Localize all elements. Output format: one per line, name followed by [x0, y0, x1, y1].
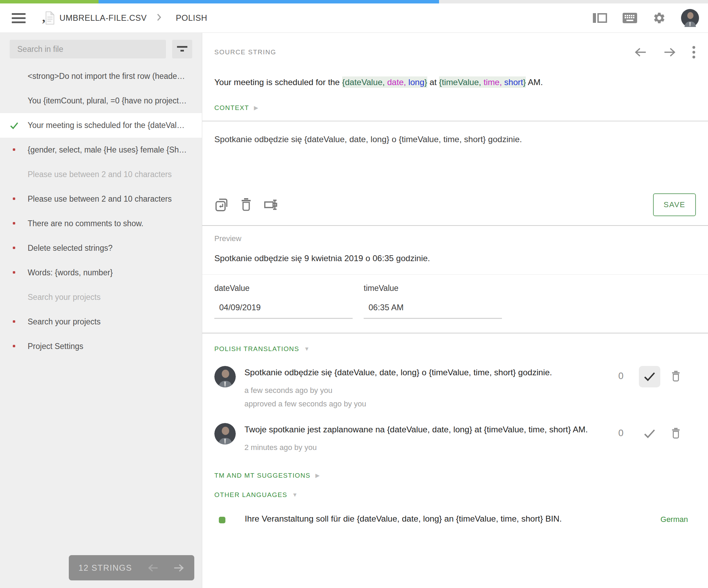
- string-list-item[interactable]: <strong>Do not import the first row (hea…: [0, 64, 202, 89]
- string-label: There are no comments to show.: [28, 219, 143, 228]
- chevron-down-icon: ▼: [292, 492, 298, 498]
- status-icon: [10, 245, 18, 252]
- keyboard-icon[interactable]: [622, 12, 637, 24]
- translation-input[interactable]: Spotkanie odbędzie się {dateValue, date,…: [202, 121, 708, 186]
- polish-translations-label: POLISH TRANSLATIONS: [214, 345, 299, 353]
- string-label: Your meeting is scheduled for the {dateV…: [28, 121, 185, 130]
- status-icon: [10, 294, 18, 301]
- string-list-item[interactable]: You {itemCount, plural, =0 {have no proj…: [0, 89, 202, 113]
- status-icon: [10, 195, 18, 203]
- other-languages-toggle[interactable]: OTHER LANGUAGES ▼: [214, 491, 298, 499]
- string-list-item-selected[interactable]: Your meeting is scheduled for the {dateV…: [0, 113, 202, 138]
- status-icon: [10, 318, 18, 326]
- divider: [202, 274, 708, 275]
- chevron-right-icon: ▶: [254, 105, 258, 111]
- string-list: <strong>Do not import the first row (hea…: [0, 64, 202, 359]
- status-check-icon: [10, 122, 18, 129]
- next-page-icon[interactable]: [173, 563, 185, 573]
- translation-text: Spotkanie odbędzie się {dateValue, date,…: [244, 366, 552, 379]
- filter-icon: [177, 45, 188, 54]
- more-options-icon[interactable]: [692, 45, 696, 59]
- status-icon: [10, 343, 18, 350]
- status-icon: [10, 146, 18, 154]
- settings-gear-icon[interactable]: [653, 11, 666, 25]
- chevron-down-icon: ▼: [304, 346, 310, 352]
- string-label: {gender, select, male {He uses} female {…: [28, 145, 187, 155]
- csv-file-icon: ,: [42, 11, 55, 25]
- string-label: Please use between 2 and 10 characters: [28, 194, 172, 204]
- save-button[interactable]: SAVE: [653, 193, 696, 216]
- preview-label: Preview: [214, 234, 696, 243]
- polish-translations-toggle[interactable]: POLISH TRANSLATIONS ▼: [214, 345, 309, 353]
- svg-text:,: ,: [42, 11, 45, 24]
- preview-params: dateValue 04/09/2019 timeValue 06:35 AM: [214, 284, 696, 319]
- param-name: timeValue: [364, 284, 502, 293]
- status-icon: [10, 220, 18, 228]
- string-list-item[interactable]: Delete selected strings?: [0, 236, 202, 260]
- string-list-item[interactable]: Words: {words, number}: [0, 260, 202, 285]
- status-icon: [10, 97, 18, 105]
- delete-entry-icon[interactable]: [671, 427, 681, 440]
- chevron-right-icon: ▶: [315, 473, 319, 478]
- string-list-item[interactable]: There are no comments to show.: [0, 211, 202, 236]
- date-value-input[interactable]: 04/09/2019: [214, 303, 353, 319]
- approve-button[interactable]: [639, 423, 660, 444]
- divider: [202, 333, 708, 333]
- string-label: Search your projects: [28, 317, 101, 327]
- string-list-item[interactable]: Please use between 2 and 10 characters: [0, 187, 202, 211]
- other-language-text: Ihre Veranstaltung soll für die {dateVal…: [245, 514, 562, 524]
- translation-entry: Twoje spotkanie jest zaplanowane na {dat…: [214, 423, 681, 454]
- user-avatar[interactable]: [681, 9, 699, 27]
- string-list-item[interactable]: Search your projects: [0, 285, 202, 310]
- panel-layout-icon[interactable]: [593, 12, 607, 24]
- source-string-text: Your meeting is scheduled for the {dateV…: [214, 76, 696, 88]
- other-language-link[interactable]: German: [661, 514, 688, 524]
- filter-button[interactable]: [172, 40, 192, 58]
- tm-mt-suggestions-toggle[interactable]: TM AND MT SUGGESTIONS ▶: [214, 472, 320, 479]
- delete-translation-icon[interactable]: [240, 197, 252, 212]
- translator-avatar: [214, 423, 236, 444]
- translator-avatar: [214, 366, 236, 387]
- approve-button[interactable]: [639, 366, 660, 387]
- param-name: dateValue: [214, 284, 353, 293]
- time-value-input[interactable]: 06:35 AM: [364, 303, 502, 319]
- search-input[interactable]: [10, 40, 166, 58]
- progress-segment-translated: [0, 0, 99, 3]
- strings-sidebar: <strong>Do not import the first row (hea…: [0, 33, 202, 588]
- editor-toolbar: SAVE: [214, 193, 696, 216]
- string-list-item[interactable]: Project Settings: [0, 334, 202, 359]
- previous-page-icon[interactable]: [147, 563, 159, 573]
- context-toggle[interactable]: CONTEXT ▶: [214, 104, 258, 112]
- vote-count: 0: [617, 428, 624, 439]
- status-icon: [10, 171, 18, 178]
- progress-segment-approved: [99, 0, 439, 3]
- context-label: CONTEXT: [214, 104, 249, 112]
- copy-source-icon[interactable]: [214, 197, 229, 212]
- delete-entry-icon[interactable]: [671, 370, 681, 383]
- top-bar: , UMBRELLA-FILE.CSV POLISH: [0, 3, 708, 33]
- next-string-icon[interactable]: [663, 47, 676, 58]
- menu-icon[interactable]: [12, 12, 27, 24]
- editor-panel: SOURCE STRING Your meeting is scheduled …: [202, 33, 708, 588]
- translation-text: Twoje spotkanie jest zaplanowane na {dat…: [244, 423, 588, 436]
- strings-pager: 12 STRINGS: [69, 555, 194, 580]
- string-list-item[interactable]: {gender, select, male {He uses} female {…: [0, 138, 202, 162]
- breadcrumb-language[interactable]: POLISH: [176, 13, 207, 23]
- source-string-title: SOURCE STRING: [214, 48, 276, 56]
- app-window: , UMBRELLA-FILE.CSV POLISH: [0, 0, 708, 588]
- string-label: Words: {words, number}: [28, 268, 113, 277]
- breadcrumb-chevron-icon: [157, 13, 161, 23]
- insert-placeholder-icon[interactable]: [263, 197, 279, 212]
- file-progress-bar: [0, 0, 708, 3]
- string-list-item[interactable]: Please use between 2 and 10 characters: [0, 162, 202, 187]
- divider: [202, 225, 708, 226]
- translation-meta: a few seconds ago by you approved a few …: [244, 384, 552, 411]
- previous-string-icon[interactable]: [634, 47, 647, 58]
- breadcrumb-file-name[interactable]: UMBRELLA-FILE.CSV: [59, 13, 147, 23]
- string-label: Please use between 2 and 10 characters: [28, 170, 172, 179]
- strings-count: 12 STRINGS: [78, 563, 132, 573]
- string-list-item[interactable]: Search your projects: [0, 310, 202, 334]
- translation-entry: Spotkanie odbędzie się {dateValue, date,…: [214, 366, 681, 411]
- status-icon: [10, 269, 18, 277]
- string-label: Project Settings: [28, 342, 83, 351]
